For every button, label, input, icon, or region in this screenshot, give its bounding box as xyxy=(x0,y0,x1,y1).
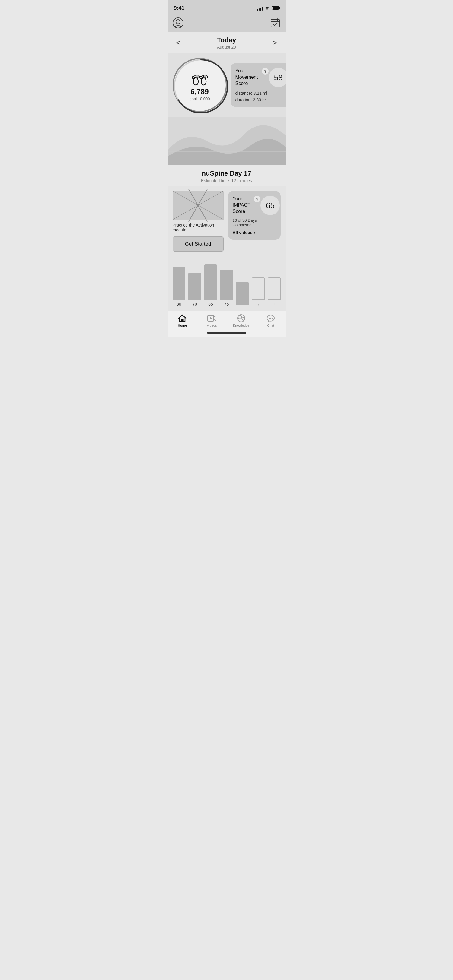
date-center: Today August 20 xyxy=(217,36,236,49)
movement-duration: duration: 2.33 hr xyxy=(235,97,286,102)
videos-nav-label: Videos xyxy=(207,324,217,327)
impact-score-header: Your IMPACT Score ? 65 xyxy=(233,196,276,215)
home-nav-label: Home xyxy=(178,324,187,327)
nuspine-subtitle: Estimated time: 12 minutes xyxy=(174,178,279,183)
get-started-button[interactable]: Get Started xyxy=(172,237,223,251)
status-icons xyxy=(257,6,279,11)
movement-score-value: 58 xyxy=(269,68,285,87)
impact-score-value: 65 xyxy=(260,196,280,215)
svg-point-29 xyxy=(272,318,273,319)
next-date-button[interactable]: > xyxy=(271,38,279,48)
exercise-thumbnail[interactable] xyxy=(172,191,223,220)
bar-chart: 80 70 85 75 ? ? xyxy=(172,261,281,307)
mountain-svg xyxy=(168,117,286,165)
home-indicator xyxy=(168,330,286,337)
avatar-icon[interactable] xyxy=(172,18,183,29)
prev-date-button[interactable]: < xyxy=(174,38,183,48)
knowledge-nav-icon xyxy=(237,314,246,323)
videos-nav-icon xyxy=(207,314,216,323)
movement-score-label: Your Movement Score xyxy=(235,68,258,87)
impact-score-card: Your IMPACT Score ? 65 16 of 30 Days Com… xyxy=(228,191,281,240)
score-header: Your Movement Score ? 58 xyxy=(235,68,286,87)
bar-item-2: 70 xyxy=(188,273,201,307)
home-indicator-bar xyxy=(207,332,246,334)
svg-rect-2 xyxy=(271,19,279,27)
mountain-chart xyxy=(168,117,286,165)
impact-score-label: Your IMPACT Score xyxy=(233,196,250,215)
svg-point-27 xyxy=(269,318,270,319)
bar-7-empty xyxy=(268,277,281,300)
app-header xyxy=(168,15,286,32)
date-subtitle: August 20 xyxy=(217,45,236,49)
bar-1 xyxy=(172,267,186,300)
bar-label-7: ? xyxy=(273,302,275,307)
knowledge-nav-label: Knowledge xyxy=(233,324,249,327)
bar-label-4: 75 xyxy=(224,302,229,307)
nuspine-title: nuSpine Day 17 xyxy=(174,170,279,177)
exercise-description: Practice the Activation module. xyxy=(172,223,223,232)
bar-item-5 xyxy=(236,282,249,307)
svg-point-1 xyxy=(176,20,180,24)
bar-item-4: 75 xyxy=(220,270,233,307)
all-videos-link[interactable]: All videos › xyxy=(233,230,276,235)
nuspine-header: nuSpine Day 17 Estimated time: 12 minute… xyxy=(168,165,286,186)
bar-item-7: ? xyxy=(268,277,281,307)
bar-5 xyxy=(236,282,249,305)
bar-6-empty xyxy=(252,277,265,300)
chat-nav-label: Chat xyxy=(267,324,274,327)
svg-marker-24 xyxy=(210,317,212,320)
bar-3 xyxy=(204,264,217,300)
date-title: Today xyxy=(217,36,236,44)
movement-score-card: Your Movement Score ? 58 distance: 3.21 … xyxy=(231,63,286,107)
bar-2 xyxy=(188,273,201,300)
bar-4 xyxy=(220,270,233,300)
impact-days-completed: 16 of 30 Days Completed xyxy=(233,218,276,227)
status-time: 9:41 xyxy=(174,5,185,11)
bottom-nav: Home Videos Knowledge xyxy=(168,311,286,330)
all-videos-arrow: › xyxy=(254,230,255,235)
bar-label-3: 85 xyxy=(208,302,213,307)
bar-chart-section: 80 70 85 75 ? ? xyxy=(168,256,286,311)
battery-icon xyxy=(272,6,279,10)
signal-icon xyxy=(257,6,263,11)
bar-label-6: ? xyxy=(257,302,260,307)
all-videos-label: All videos xyxy=(233,230,253,235)
movement-section: 6,789 goal 10,000 Your Movement Score ? … xyxy=(168,53,286,117)
nav-item-home[interactable]: Home xyxy=(168,314,197,327)
bar-label-1: 80 xyxy=(177,302,181,307)
bar-label-2: 70 xyxy=(193,302,197,307)
date-nav: < Today August 20 > xyxy=(168,32,286,53)
svg-point-26 xyxy=(238,315,242,319)
bar-item-6: ? xyxy=(252,277,265,307)
svg-point-28 xyxy=(270,318,271,319)
exercise-left: Practice the Activation module. Get Star… xyxy=(172,191,223,251)
svg-rect-22 xyxy=(181,319,183,321)
thumbnail-placeholder xyxy=(172,191,223,220)
movement-help-icon[interactable]: ? xyxy=(262,68,269,75)
bar-item-3: 85 xyxy=(204,264,217,307)
progress-ring xyxy=(172,58,230,115)
calendar-check-icon[interactable] xyxy=(270,18,281,29)
wifi-icon xyxy=(264,6,270,10)
impact-help-icon[interactable]: ? xyxy=(254,196,260,202)
chat-nav-icon xyxy=(266,314,275,323)
nav-item-knowledge[interactable]: Knowledge xyxy=(226,314,256,327)
movement-distance: distance: 3.21 mi xyxy=(235,91,286,95)
nav-item-chat[interactable]: Chat xyxy=(256,314,286,327)
exercise-section: Practice the Activation module. Get Star… xyxy=(168,186,286,256)
steps-circle: 6,789 goal 10,000 xyxy=(172,58,227,112)
nav-item-videos[interactable]: Videos xyxy=(197,314,226,327)
bar-item-1: 80 xyxy=(172,267,186,307)
home-nav-icon xyxy=(178,314,187,323)
status-bar: 9:41 xyxy=(168,0,286,15)
